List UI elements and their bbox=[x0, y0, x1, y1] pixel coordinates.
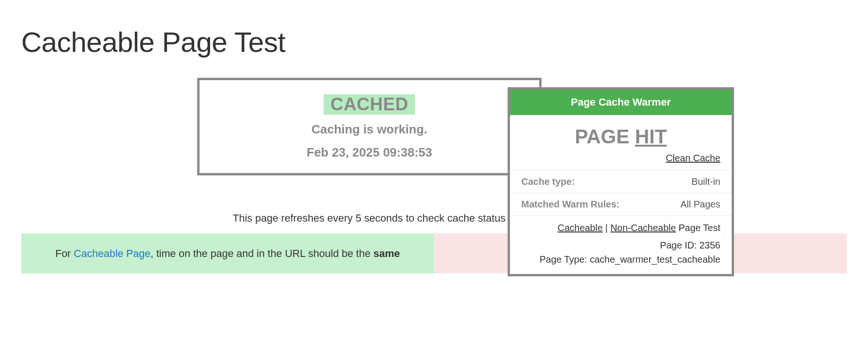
warmer-header: Page Cache Warmer bbox=[510, 90, 732, 115]
page-cache-warmer-panel: Page Cache Warmer PAGE HIT Clean Cache C… bbox=[508, 87, 734, 276]
page-hit-value: HIT bbox=[635, 125, 667, 148]
noncacheable-test-link[interactable]: Non-Cacheable bbox=[610, 223, 676, 233]
hint-text: For bbox=[55, 248, 74, 259]
cacheable-test-link[interactable]: Cacheable bbox=[558, 223, 603, 233]
page-hit-status: PAGE HIT bbox=[510, 115, 732, 153]
cache-type-label: Cache type: bbox=[521, 176, 575, 187]
warm-rules-value: All Pages bbox=[681, 199, 721, 210]
link-suffix: Page Test bbox=[676, 223, 720, 233]
page-meta: Page ID: 2356 Page Type: cache_warmer_te… bbox=[510, 236, 732, 274]
cacheable-page-link[interactable]: Cacheable Page bbox=[74, 248, 150, 259]
cache-type-row: Cache type: Built-in bbox=[510, 170, 732, 193]
hint-bold: same bbox=[374, 248, 400, 259]
test-links-row: Cacheable | Non-Cacheable Page Test bbox=[510, 215, 732, 236]
cache-type-value: Built-in bbox=[692, 176, 720, 187]
cache-status-box: CACHED Caching is working. Feb 23, 2025 … bbox=[197, 78, 542, 175]
hint-text: , time on the page and in the URL should… bbox=[150, 248, 374, 259]
page-id-value: 2356 bbox=[700, 240, 721, 250]
page-hit-label: PAGE bbox=[575, 125, 635, 148]
hint-cacheable: For Cacheable Page, time on the page and… bbox=[21, 233, 434, 273]
status-badge: CACHED bbox=[324, 94, 415, 115]
link-separator: | bbox=[603, 223, 610, 233]
page-type-label: Page Type: bbox=[540, 254, 590, 265]
page-id-label: Page ID: bbox=[660, 240, 699, 250]
warm-rules-row: Matched Warm Rules: All Pages bbox=[510, 193, 732, 215]
page-type-value: cache_warmer_test_cacheable bbox=[590, 254, 720, 265]
page-title: Cacheable Page Test bbox=[0, 0, 868, 58]
status-message: Caching is working. bbox=[209, 122, 530, 137]
clean-cache-link[interactable]: Clean Cache bbox=[666, 153, 720, 163]
status-timestamp: Feb 23, 2025 09:38:53 bbox=[209, 145, 530, 160]
warm-rules-label: Matched Warm Rules: bbox=[521, 199, 619, 210]
